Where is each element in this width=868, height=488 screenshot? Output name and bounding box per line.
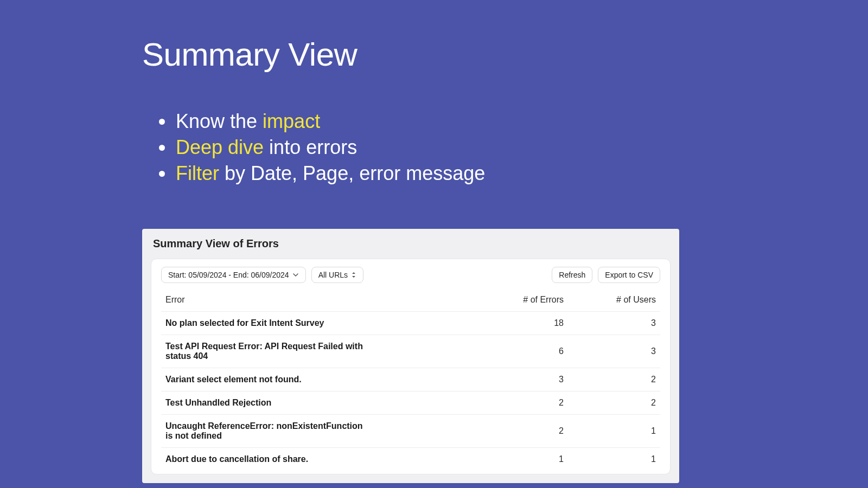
errors-summary-panel: Summary View of Errors Start: 05/09/2024… (142, 229, 679, 483)
col-error: Error (165, 295, 471, 305)
col-count: # of Errors (471, 295, 564, 305)
date-range-picker[interactable]: Start: 05/09/2024 - End: 06/09/2024 (161, 267, 306, 283)
cell-error: No plan selected for Exit Intent Survey (165, 318, 382, 328)
cell-count: 3 (471, 375, 564, 384)
panel-title: Summary View of Errors (142, 229, 679, 255)
url-filter-select[interactable]: All URLs (311, 267, 363, 283)
table-row[interactable]: Variant select element not found.32 (161, 368, 660, 391)
cell-count: 1 (471, 454, 564, 464)
table-row[interactable]: Test Unhandled Rejection22 (161, 391, 660, 415)
export-csv-button[interactable]: Export to CSV (598, 267, 660, 283)
table-row[interactable]: Uncaught ReferenceError: nonExistentFunc… (161, 415, 660, 448)
bullet-highlight: impact (263, 110, 320, 132)
cell-error: Test Unhandled Rejection (165, 398, 382, 408)
cell-count: 2 (471, 426, 564, 436)
table-row[interactable]: Test API Request Error: API Request Fail… (161, 335, 660, 368)
bullet-highlight: Deep dive (176, 136, 264, 158)
sort-icon (351, 272, 356, 278)
bullet-highlight: Filter (176, 162, 219, 184)
cell-error: Uncaught ReferenceError: nonExistentFunc… (165, 421, 382, 441)
cell-users: 3 (564, 346, 656, 356)
panel-card: Start: 05/09/2024 - End: 06/09/2024 All … (151, 259, 671, 474)
cell-error: Abort due to cancellation of share. (165, 454, 382, 464)
export-label: Export to CSV (605, 271, 653, 279)
cell-count: 18 (471, 318, 564, 328)
cell-users: 2 (564, 398, 656, 408)
bullet-item: Know the impact (175, 108, 485, 134)
bullet-text: Know the (176, 110, 263, 132)
slide-title: Summary View (142, 36, 357, 73)
bullet-text: by Date, Page, error message (219, 162, 485, 184)
url-filter-label: All URLs (318, 271, 348, 279)
date-range-label: Start: 05/09/2024 - End: 06/09/2024 (168, 271, 289, 279)
col-users: # of Users (564, 295, 656, 305)
cell-users: 3 (564, 318, 656, 328)
cell-count: 2 (471, 398, 564, 408)
cell-users: 1 (564, 454, 656, 464)
table-row[interactable]: Abort due to cancellation of share.11 (161, 448, 660, 471)
bullet-item: Deep dive into errors (175, 134, 485, 160)
table-row[interactable]: No plan selected for Exit Intent Survey1… (161, 312, 660, 335)
toolbar: Start: 05/09/2024 - End: 06/09/2024 All … (161, 267, 660, 283)
bullet-item: Filter by Date, Page, error message (175, 160, 485, 187)
cell-users: 2 (564, 375, 656, 384)
cell-error: Variant select element not found. (165, 375, 382, 384)
table-header: Error # of Errors # of Users (161, 288, 660, 312)
chevron-down-icon (292, 272, 299, 278)
refresh-label: Refresh (559, 271, 585, 279)
refresh-button[interactable]: Refresh (552, 267, 592, 283)
cell-error: Test API Request Error: API Request Fail… (165, 342, 382, 361)
cell-count: 6 (471, 346, 564, 356)
slide-bullets: Know the impact Deep dive into errors Fi… (163, 108, 485, 187)
bullet-text: into errors (264, 136, 357, 158)
errors-table: Error # of Errors # of Users No plan sel… (161, 288, 660, 471)
cell-users: 1 (564, 426, 656, 436)
